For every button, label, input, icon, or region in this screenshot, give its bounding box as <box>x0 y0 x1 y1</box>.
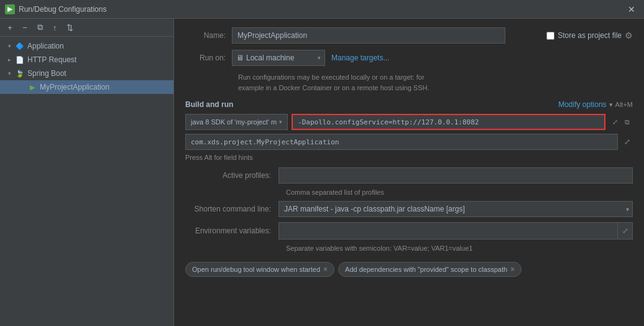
sidebar-toolbar: + − ⧉ ↑ ⇅ <box>0 19 173 37</box>
bottom-chips: Open run/debug tool window when started … <box>185 262 633 277</box>
sidebar-item-application[interactable]: ▾ 🔷 Application <box>0 39 173 53</box>
sidebar-item-spring-boot[interactable]: ▾ 🍃 Spring Boot <box>0 67 173 80</box>
env-vars-input[interactable] <box>279 223 617 239</box>
env-vars-label: Environment variables: <box>185 226 278 235</box>
run-on-value: Local machine <box>246 54 315 62</box>
chip-run-debug-label: Open run/debug tool window when started <box>192 266 320 273</box>
active-profiles-row: Active profiles: <box>185 167 633 184</box>
active-profiles-input[interactable] <box>278 167 633 184</box>
sidebar: + − ⧉ ↑ ⇅ ▾ 🔷 Application ▸ 📄 HTTP Reque… <box>0 19 174 326</box>
manage-targets-link[interactable]: Manage targets... <box>331 54 389 62</box>
application-icon: 🔷 <box>15 41 25 51</box>
expand-arrow-spring: ▾ <box>5 69 14 78</box>
chip-run-debug[interactable]: Open run/debug tool window when started … <box>185 262 334 277</box>
title-bar: ▶ Run/Debug Configurations ✕ <box>0 0 644 19</box>
store-project-file-label: Store as project file <box>558 31 622 40</box>
sidebar-item-label-myproject: MyProjectApplication <box>40 83 109 91</box>
app-icon: ▶ <box>5 4 15 14</box>
sdk-select[interactable]: java 8 SDK of 'my-project' m ▾ <box>185 114 288 130</box>
expand-arrow-http: ▸ <box>5 55 14 64</box>
shorten-cmd-select[interactable]: JAR manifest - java -cp classpath.jar cl… <box>278 201 633 217</box>
shorten-cmd-row: Shorten command line: JAR manifest - jav… <box>185 201 633 217</box>
config-tree: ▾ 🔷 Application ▸ 📄 HTTP Request ▾ 🍃 Spr… <box>0 37 173 326</box>
sidebar-item-http-request[interactable]: ▸ 📄 HTTP Request <box>0 53 173 67</box>
machine-icon: 🖥 <box>236 54 244 62</box>
run-on-hint: Run configurations may be executed local… <box>238 72 633 93</box>
sdk-vm-row: java 8 SDK of 'my-project' m ▾ ⤢ ⧉ <box>185 114 633 130</box>
comma-hint: Comma separated list of profiles <box>286 189 633 196</box>
build-run-header: Build and run Modify options ▾ Alt+M <box>185 100 633 109</box>
env-vars-row: Environment variables: ⤢ <box>185 222 633 240</box>
run-on-label: Run on: <box>185 54 232 62</box>
copy-vm-icon[interactable]: ⧉ <box>622 116 633 128</box>
run-on-select[interactable]: 🖥 Local machine ▾ <box>232 50 325 66</box>
main-class-input[interactable] <box>185 134 618 150</box>
window-title: Run/Debug Configurations <box>19 5 106 14</box>
run-on-dropdown-arrow: ▾ <box>318 55 321 61</box>
chip-provided-close[interactable]: × <box>510 265 515 274</box>
sort-button[interactable]: ⇅ <box>63 21 76 34</box>
run-on-row: Run on: 🖥 Local machine ▾ Manage targets… <box>185 50 633 66</box>
press-alt-hint: Press Alt for field hints <box>185 154 633 161</box>
vm-options-icons: ⤢ ⧉ <box>609 116 633 128</box>
name-input[interactable] <box>232 27 505 44</box>
shorten-cmd-label: Shorten command line: <box>185 205 278 213</box>
chip-run-debug-close[interactable]: × <box>323 265 328 274</box>
shortcut-hint: Alt+M <box>615 101 633 108</box>
expand-vm-icon[interactable]: ⤢ <box>609 116 620 128</box>
vm-options-input[interactable] <box>292 114 605 130</box>
add-config-button[interactable]: + <box>4 21 16 34</box>
move-up-button[interactable]: ↑ <box>48 21 61 34</box>
store-project-file-checkbox[interactable] <box>546 32 554 40</box>
sidebar-item-label-http: HTTP Request <box>27 55 76 64</box>
store-gear-icon[interactable]: ⚙ <box>625 30 633 40</box>
sidebar-item-label-application: Application <box>27 42 64 50</box>
main-layout: + − ⧉ ↑ ⇅ ▾ 🔷 Application ▸ 📄 HTTP Reque… <box>0 19 644 326</box>
build-run-title: Build and run <box>185 100 233 109</box>
main-class-row: ⤢ <box>185 134 633 150</box>
sdk-value: java 8 SDK of 'my-project' m <box>191 118 277 126</box>
chip-provided-label: Add dependencies with "provided" scope t… <box>345 266 507 273</box>
expand-main-class-icon[interactable]: ⤢ <box>622 136 633 147</box>
sidebar-item-myproject[interactable]: ▶ MyProjectApplication <box>0 80 173 94</box>
modify-options-arrow: ▾ <box>609 101 613 109</box>
env-vars-input-wrap: ⤢ <box>278 222 633 240</box>
env-vars-hint: Separate variables with semicolon: VAR=v… <box>286 244 633 252</box>
shorten-cmd-select-wrapper: JAR manifest - java -cp classpath.jar cl… <box>278 201 633 217</box>
right-panel: Name: Store as project file ⚙ Run on: 🖥 … <box>174 19 644 326</box>
chip-provided-scope[interactable]: Add dependencies with "provided" scope t… <box>338 262 522 277</box>
no-arrow-myproject <box>17 83 26 91</box>
spring-icon: 🍃 <box>15 68 25 78</box>
close-button[interactable]: ✕ <box>624 3 639 16</box>
expand-arrow-application: ▾ <box>5 42 14 50</box>
env-vars-expand-icon[interactable]: ⤢ <box>617 223 632 239</box>
remove-config-button[interactable]: − <box>19 21 31 34</box>
name-label: Name: <box>185 31 232 40</box>
copy-config-button[interactable]: ⧉ <box>34 21 46 34</box>
modify-options-link[interactable]: Modify options <box>558 100 606 109</box>
run-icon-myproject: ▶ <box>27 82 37 92</box>
sidebar-item-label-spring: Spring Boot <box>27 69 67 78</box>
active-profiles-label: Active profiles: <box>185 171 278 180</box>
sdk-dropdown-arrow: ▾ <box>279 119 282 125</box>
http-icon: 📄 <box>15 55 25 65</box>
